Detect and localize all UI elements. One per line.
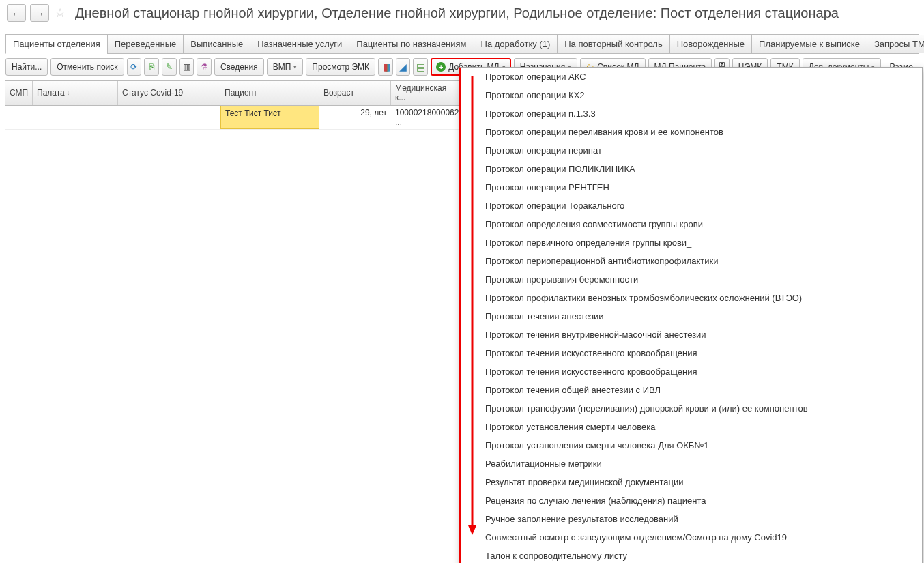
favorite-icon[interactable]: ☆ (53, 6, 67, 20)
details-button[interactable]: Сведения (214, 58, 264, 76)
tab-6[interactable]: На повторный контроль (557, 35, 669, 53)
tab-4[interactable]: Пациенты по назначениям (349, 35, 473, 53)
chart3-icon[interactable]: ▤ (413, 58, 428, 76)
tab-7[interactable]: Новорожденные (669, 35, 751, 53)
tab-0[interactable]: Пациенты отделения (5, 35, 107, 54)
col-card[interactable]: Медицинская к... (391, 81, 459, 105)
col-ward[interactable]: Палата↓ (33, 81, 118, 105)
barcode-icon[interactable]: ▥ (179, 58, 194, 76)
tab-8[interactable]: Планируемые к выписке (751, 35, 867, 53)
chart1-icon[interactable]: ▮ (378, 58, 393, 76)
forward-button[interactable]: → (30, 4, 49, 22)
page-title: Дневной стационар гнойной хирургии, Отде… (75, 5, 839, 21)
col-smp[interactable]: СМП (5, 81, 33, 105)
tab-2[interactable]: Выписанные (183, 35, 250, 53)
dropdown-item[interactable]: Протокол операции п.1.3.3 (461, 104, 922, 123)
age-cell: 29, лет (319, 106, 391, 129)
plus-icon: + (436, 62, 446, 72)
find-button[interactable]: Найти... (5, 58, 48, 76)
tabs-bar: Пациенты отделенияПереведенныеВыписанные… (5, 34, 919, 54)
tab-9[interactable]: Запросы ТМК (867, 35, 924, 53)
view-emk-button[interactable]: Просмотр ЭМК (306, 58, 375, 76)
action-2-icon[interactable]: ✎ (162, 58, 177, 76)
lab-icon[interactable]: ⚗ (197, 58, 212, 76)
col-covid[interactable]: Статус Covid-19 (118, 81, 220, 105)
back-button[interactable]: ← (7, 4, 26, 22)
tab-5[interactable]: На доработку (1) (474, 35, 558, 53)
chart2-icon[interactable]: ◢ (396, 58, 411, 76)
vmp-button[interactable]: ВМП▾ (267, 58, 304, 76)
tab-1[interactable]: Переведенные (107, 35, 184, 53)
refresh-icon[interactable]: ⟳ (127, 58, 142, 76)
dropdown-item[interactable]: Протокол операции КХ2 (461, 86, 922, 104)
add-md-dropdown: Протокол операции АКСПротокол операции К… (459, 67, 923, 130)
col-patient[interactable]: Пациент (220, 81, 319, 105)
card-cell: 10000218000062 ... (391, 106, 459, 129)
dropdown-item[interactable]: Протокол операции АКС (461, 68, 922, 86)
col-age[interactable]: Возраст (319, 81, 391, 105)
dropdown-item[interactable]: Протокол операции переливания крови и ее… (461, 123, 922, 130)
cancel-search-button[interactable]: Отменить поиск (50, 58, 124, 76)
action-1-icon[interactable]: ⎘ (144, 58, 159, 76)
patient-cell[interactable]: Тест Тист Тист (220, 106, 319, 129)
tab-3[interactable]: Назначенные услуги (250, 35, 349, 53)
